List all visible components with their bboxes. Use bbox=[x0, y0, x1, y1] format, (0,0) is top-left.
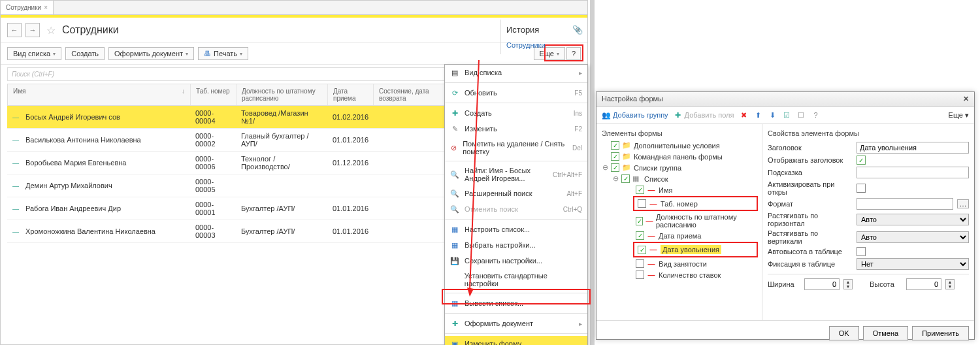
apply-button[interactable]: Применить bbox=[912, 326, 969, 340]
search-icon: 🔍 bbox=[450, 170, 459, 179]
cell-position: Бухгалтер /АУП/ bbox=[236, 201, 327, 216]
format-dots-button[interactable]: … bbox=[957, 199, 969, 208]
prop-stretch-h-label: Растягивать по горизонтал bbox=[768, 212, 853, 227]
plus-icon: ✚ bbox=[450, 108, 459, 118]
stretch-v-select[interactable]: Авто bbox=[857, 231, 969, 243]
cell-num: 0000-00005 bbox=[190, 174, 236, 197]
star-icon[interactable]: ☆ bbox=[46, 24, 56, 37]
show-header-checkbox[interactable]: ✓ bbox=[857, 156, 866, 165]
row-marker-icon: — bbox=[7, 133, 20, 147]
cell-date: 01.01.2016 bbox=[327, 133, 373, 147]
height-input[interactable] bbox=[906, 278, 941, 290]
menu-view-list[interactable]: ▤Вид списка▸ bbox=[445, 65, 587, 80]
col-name[interactable]: Имя↓ bbox=[8, 84, 191, 105]
more-button[interactable]: Еще ▾ bbox=[949, 111, 969, 120]
tree-additional-conditions[interactable]: ✓📁Дополнительные условия bbox=[596, 140, 762, 151]
help-icon[interactable]: ? bbox=[811, 110, 820, 120]
menu-edit[interactable]: ✎ИзменитьF2 bbox=[445, 121, 587, 137]
format-input[interactable] bbox=[857, 198, 953, 210]
form-settings-dialog: Настройка формы ✕ 👥Добавить группу ✚Доба… bbox=[596, 91, 975, 340]
tree-field-fire-date[interactable]: ✓—Дата увольнения bbox=[635, 244, 756, 255]
fixation-select[interactable]: Нет bbox=[857, 258, 969, 270]
row-marker-icon: — bbox=[7, 110, 20, 124]
col-num[interactable]: Таб. номер bbox=[191, 84, 237, 105]
tab-label: Сотрудники bbox=[6, 4, 41, 11]
menu-adv-find[interactable]: 🔍Расширенный поискAlt+F bbox=[445, 186, 587, 201]
tree-field-tab-number[interactable]: ✓—Таб. номер bbox=[635, 198, 756, 209]
back-button[interactable]: ← bbox=[7, 23, 22, 37]
spinner-icon[interactable]: ▴▾ bbox=[843, 279, 853, 289]
check-icon[interactable]: ☑ bbox=[782, 110, 791, 120]
view-list-button[interactable]: Вид списка▾ bbox=[7, 47, 61, 60]
cell-name: Василькова Антонина Николаевна bbox=[20, 133, 190, 147]
menu-std-settings[interactable]: Установить стандартные настройки bbox=[445, 269, 587, 291]
tree-field-name[interactable]: ✓—Имя bbox=[596, 184, 762, 195]
toolbar: Вид списка▾ Создать Оформить документ▾ 🖶… bbox=[1, 43, 587, 65]
cell-position: Бухгалтер /АУП/ bbox=[236, 224, 327, 238]
menu-list-settings[interactable]: ▦Настроить список... bbox=[445, 222, 587, 237]
search-plus-icon: 🔍 bbox=[450, 189, 459, 198]
pin-icon[interactable]: 📎 bbox=[572, 25, 583, 35]
cell-date: 01.01.2016 bbox=[327, 224, 373, 238]
stretch-h-select[interactable]: Авто bbox=[857, 214, 969, 225]
col-hire-date[interactable]: Дата приема bbox=[328, 84, 374, 105]
menu-create[interactable]: ✚СоздатьIns bbox=[445, 105, 587, 121]
ok-button[interactable]: OK bbox=[829, 326, 859, 340]
tree-lists-group[interactable]: ⊖✓📁Списки группа bbox=[596, 162, 762, 173]
form-element-properties: Свойства элемента формы Заголовок Отобра… bbox=[762, 124, 974, 320]
col-position[interactable]: Должность по штатному расписанию bbox=[237, 84, 328, 105]
forward-button[interactable]: → bbox=[25, 23, 40, 37]
title-bar: ← → ☆ Сотрудники × bbox=[1, 18, 587, 43]
cell-position: Технолог /Производство/ bbox=[236, 152, 327, 174]
uncheck-icon[interactable]: ☐ bbox=[796, 110, 806, 120]
cancel-button[interactable]: Отмена bbox=[863, 326, 908, 340]
menu-output-list[interactable]: ▦Вывести список... bbox=[445, 295, 587, 311]
history-link[interactable]: Сотрудники bbox=[506, 41, 583, 49]
menu-find[interactable]: 🔍Найти: Имя - Босых Андрей Игореви...Ctr… bbox=[445, 163, 587, 186]
make-document-button[interactable]: Оформить документ▾ bbox=[108, 47, 194, 60]
tree-field-rate-count[interactable]: ✓—Количество ставок bbox=[596, 269, 762, 280]
close-icon[interactable]: × bbox=[44, 4, 48, 11]
menu-change-form[interactable]: ▣Изменить форму... bbox=[445, 336, 587, 345]
cell-position: Главный бухгалтер /АУП/ bbox=[236, 129, 327, 151]
cell-position bbox=[236, 182, 327, 189]
delete-icon[interactable]: ✖ bbox=[739, 110, 748, 120]
header-input[interactable] bbox=[857, 142, 969, 154]
auto-height-checkbox[interactable] bbox=[857, 247, 866, 256]
down-icon[interactable]: ⬇ bbox=[768, 110, 777, 120]
menu-choose-settings[interactable]: ▦Выбрать настройки... bbox=[445, 237, 587, 253]
row-marker-icon: — bbox=[7, 225, 20, 238]
activate-checkbox[interactable] bbox=[857, 184, 866, 193]
menu-refresh[interactable]: ⟳ОбновитьF5 bbox=[445, 85, 587, 101]
hint-input[interactable] bbox=[857, 167, 969, 178]
width-input[interactable] bbox=[804, 278, 840, 290]
add-group-button[interactable]: 👥Добавить группу bbox=[602, 110, 668, 120]
tree-list[interactable]: ⊖✓▦Список bbox=[596, 173, 762, 184]
props-title: Свойства элемента формы bbox=[768, 127, 969, 140]
tree-field-position[interactable]: ✓—Должность по штатному расписанию bbox=[596, 212, 762, 230]
tree-field-hire-date[interactable]: ✓—Дата приема bbox=[596, 230, 762, 241]
prop-header-label: Заголовок bbox=[768, 144, 853, 152]
menu-save-settings[interactable]: 💾Сохранить настройки... bbox=[445, 253, 587, 269]
save-icon: 💾 bbox=[450, 256, 459, 265]
up-icon[interactable]: ⬆ bbox=[753, 110, 762, 120]
tree-field-emp-type[interactable]: ✓—Вид занятости bbox=[596, 258, 762, 269]
menu-make-doc[interactable]: ✚Оформить документ▸ bbox=[445, 316, 587, 331]
tab-employees[interactable]: Сотрудники × bbox=[1, 1, 54, 14]
close-icon[interactable]: ✕ bbox=[963, 95, 969, 103]
cell-position: Товаровед /Магазин №1/ bbox=[236, 106, 327, 128]
prop-auto-height-label: Автовысота в таблице bbox=[768, 248, 853, 255]
prop-fixation-label: Фиксация в таблице bbox=[768, 260, 853, 268]
grid-icon: ▦ bbox=[632, 174, 642, 183]
spinner-icon[interactable]: ▴▾ bbox=[945, 279, 955, 289]
print-button[interactable]: 🖶Печать▾ bbox=[198, 47, 248, 60]
row-marker-icon: — bbox=[7, 179, 20, 193]
cell-date bbox=[327, 182, 373, 189]
row-marker-icon: — bbox=[7, 156, 20, 170]
cell-date: 01.02.2016 bbox=[327, 110, 373, 124]
menu-delete[interactable]: ⊘Пометить на удаление / Снять пометкуDel bbox=[445, 137, 587, 159]
create-button[interactable]: Создать bbox=[65, 47, 105, 60]
pencil-icon: ✎ bbox=[450, 124, 459, 133]
folder-icon: 📁 bbox=[622, 152, 631, 161]
tree-command-panel[interactable]: ✓📁Командная панель формы bbox=[596, 151, 762, 162]
